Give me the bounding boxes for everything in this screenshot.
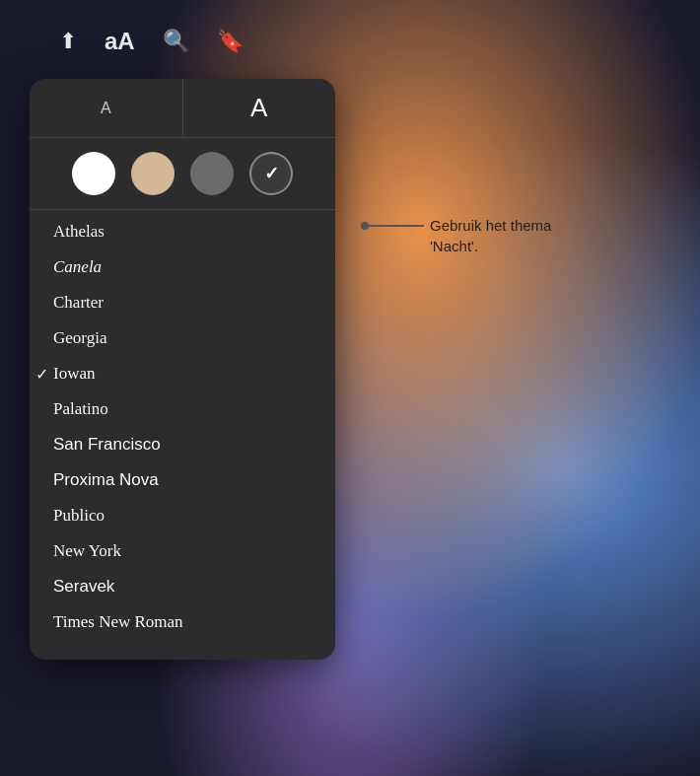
white-theme-button[interactable] xyxy=(72,152,115,195)
font-name-publico: Publico xyxy=(53,506,105,526)
font-name-seravek: Seravek xyxy=(53,577,114,597)
theme-row: ✓ xyxy=(30,138,335,210)
toolbar: ⬆ aA 🔍 🔖 xyxy=(59,28,244,55)
font-option-georgia[interactable]: Georgia xyxy=(30,320,335,356)
callout-text: Gebruik het thema 'Nacht'. xyxy=(430,215,588,256)
font-name-new-york: New York xyxy=(53,541,121,561)
font-option-iowan[interactable]: ✓ Iowan xyxy=(30,356,335,391)
small-font-label: A xyxy=(101,100,111,117)
search-icon[interactable]: 🔍 xyxy=(163,29,189,54)
night-theme-checkmark: ✓ xyxy=(264,163,279,184)
callout: Gebruik het thema 'Nacht'. xyxy=(365,215,588,256)
gray-theme-button[interactable] xyxy=(190,152,234,195)
font-option-seravek[interactable]: Seravek xyxy=(30,569,335,604)
decrease-font-button[interactable]: A xyxy=(30,79,183,137)
font-option-palatino[interactable]: Palatino xyxy=(30,391,335,427)
font-size-row: A A xyxy=(30,79,335,138)
font-list: Athelas Canela Charter Georgia ✓ Iowan P… xyxy=(30,210,335,644)
font-name-athelas: Athelas xyxy=(53,222,105,242)
font-option-publico[interactable]: Publico xyxy=(30,498,335,533)
font-name-canela: Canela xyxy=(53,257,102,277)
large-font-label: A xyxy=(250,93,267,123)
font-name-iowan: Iowan xyxy=(53,364,95,384)
share-icon[interactable]: ⬆ xyxy=(59,29,77,54)
increase-font-button[interactable]: A xyxy=(183,79,336,137)
font-option-charter[interactable]: Charter xyxy=(30,285,335,320)
font-name-proxima-nova: Proxima Nova xyxy=(53,470,159,490)
night-theme-button[interactable]: ✓ xyxy=(249,152,293,195)
iowan-checkmark: ✓ xyxy=(35,365,48,384)
font-option-new-york[interactable]: New York xyxy=(30,533,335,569)
font-size-icon[interactable]: aA xyxy=(105,28,135,55)
bookmark-icon[interactable]: 🔖 xyxy=(217,29,244,54)
font-name-san-francisco: San Francisco xyxy=(53,435,161,455)
font-name-times-new-roman: Times New Roman xyxy=(53,612,183,632)
font-option-athelas[interactable]: Athelas xyxy=(30,214,335,249)
font-option-times-new-roman[interactable]: Times New Roman xyxy=(30,604,335,640)
font-option-canela[interactable]: Canela xyxy=(30,249,335,285)
font-name-palatino: Palatino xyxy=(53,399,108,419)
font-option-proxima-nova[interactable]: Proxima Nova xyxy=(30,462,335,498)
font-settings-panel: A A ✓ Athelas Canela Charter Georgia ✓ I… xyxy=(30,79,335,660)
callout-line xyxy=(365,225,424,227)
font-name-charter: Charter xyxy=(53,293,104,313)
sepia-theme-button[interactable] xyxy=(131,152,175,195)
font-option-san-francisco[interactable]: San Francisco xyxy=(30,427,335,462)
font-name-georgia: Georgia xyxy=(53,328,106,348)
